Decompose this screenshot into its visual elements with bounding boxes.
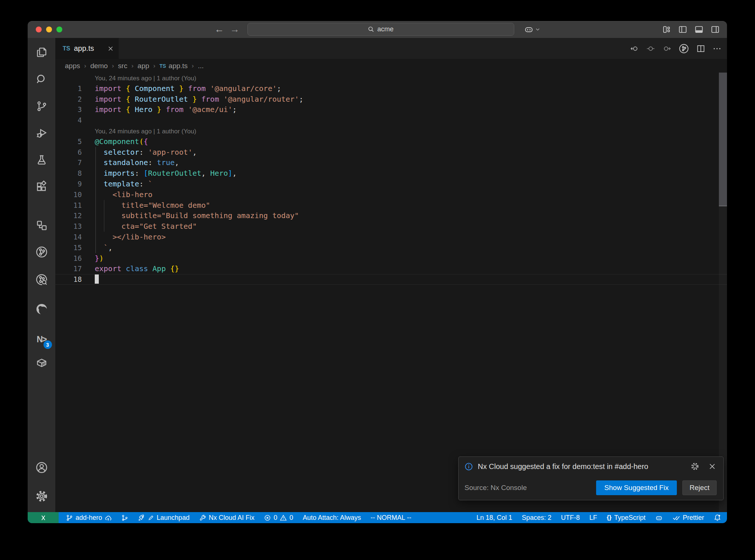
code-row: 10 <lib-hero <box>55 189 727 200</box>
pencil-icon <box>148 515 154 521</box>
container-tools-icon[interactable] <box>34 356 49 370</box>
source-control-icon[interactable] <box>34 99 49 113</box>
testing-icon[interactable] <box>34 153 49 167</box>
toggle-panel-icon[interactable] <box>694 24 704 35</box>
chevron-down-icon <box>535 27 540 32</box>
typescript-file-icon: TS <box>159 63 166 69</box>
remote-icon <box>40 514 47 521</box>
extensions-icon[interactable] <box>34 180 49 194</box>
navigate-back-icon[interactable]: ← <box>213 23 225 35</box>
breadcrumb-item[interactable]: demo <box>90 62 108 70</box>
project-graph-icon[interactable] <box>34 218 49 232</box>
git-branch-icon <box>66 514 73 521</box>
diff-current-revision-icon[interactable] <box>646 44 655 53</box>
error-count: 0 <box>274 514 277 522</box>
launchpad-status-item[interactable]: Launchpad <box>138 514 189 522</box>
gitlens-icon[interactable] <box>34 245 49 259</box>
code-row: 7 standalone: true, <box>55 157 727 168</box>
info-icon <box>465 462 473 471</box>
notification-settings-gear-icon[interactable] <box>690 462 699 471</box>
breadcrumb-item[interactable]: apps <box>65 62 80 70</box>
code-row: 13 cta="Get Started" <box>55 221 727 232</box>
notification-close-icon[interactable] <box>709 463 716 470</box>
blame-row: You, 24 minutes ago | 1 author (You) <box>55 73 727 83</box>
code-row: 8 imports: [RouterOutlet, Hero], <box>55 168 727 179</box>
code-row: 18 <box>55 274 727 285</box>
cursor-position-status-item[interactable]: Ln 18, Col 1 <box>477 514 512 522</box>
activity-bar: N> 3 <box>28 38 55 512</box>
chevron-right-icon: › <box>112 62 114 70</box>
remote-indicator[interactable] <box>28 512 59 523</box>
indentation-status-item[interactable]: Spaces: 2 <box>522 514 552 522</box>
toggle-primary-sidebar-icon[interactable] <box>678 24 688 35</box>
encoding-status-item[interactable]: UTF-8 <box>561 514 580 522</box>
code-editor[interactable]: You, 24 minutes ago | 1 author (You)1imp… <box>55 73 727 512</box>
breadcrumb-overflow[interactable]: ... <box>198 62 204 70</box>
edge-browser-icon[interactable] <box>34 302 49 316</box>
nx-cloud-ai-fix-status-item[interactable]: Nx Cloud AI Fix <box>199 514 254 522</box>
reject-button[interactable]: Reject <box>682 480 717 495</box>
more-actions-icon[interactable] <box>712 44 722 53</box>
notifications-bell-icon[interactable] <box>714 514 721 521</box>
code-row: 4 <box>55 115 727 126</box>
editor-cursor <box>95 274 99 284</box>
code-row: 9 template: ` <box>55 179 727 189</box>
branch-status-item[interactable]: add-hero <box>66 514 112 522</box>
code-row: 1import { Component } from '@angular/cor… <box>55 83 727 94</box>
show-suggested-fix-button[interactable]: Show Suggested Fix <box>596 480 677 495</box>
tab-app-ts[interactable]: TS app.ts <box>55 38 119 59</box>
editor-actions <box>630 38 722 59</box>
breadcrumb-item[interactable]: app <box>138 62 149 70</box>
scrollbar-thumb[interactable] <box>719 73 727 206</box>
breadcrumb-file[interactable]: TS app.ts <box>159 62 188 70</box>
eol-status-item[interactable]: LF <box>589 514 597 522</box>
tab-bar: TS app.ts <box>55 38 727 59</box>
code-row: 16}) <box>55 253 727 264</box>
rocket-icon <box>138 514 145 521</box>
code-row: 14 ></lib-hero> <box>55 232 727 242</box>
search-value: acme <box>377 25 393 33</box>
nx-fix-label: Nx Cloud AI Fix <box>209 514 254 522</box>
problems-status-item[interactable]: 0 0 <box>264 514 293 522</box>
git-graph-status-item[interactable] <box>121 514 128 521</box>
split-editor-icon[interactable] <box>696 44 706 53</box>
toggle-secondary-sidebar-icon[interactable] <box>710 24 720 35</box>
copilot-status-item[interactable] <box>655 514 663 522</box>
gitlens-graph-icon[interactable] <box>678 43 689 54</box>
close-tab-icon[interactable] <box>108 46 114 52</box>
nx-console-icon[interactable]: N> 3 <box>34 332 49 346</box>
minimize-window-button[interactable] <box>46 27 52 32</box>
explorer-icon[interactable] <box>34 45 49 59</box>
diff-next-revision-icon[interactable] <box>662 44 672 53</box>
settings-gear-icon[interactable] <box>34 489 49 503</box>
prettier-status-item[interactable]: Prettier <box>672 514 704 522</box>
navigate-forward-icon[interactable]: → <box>229 23 241 35</box>
editor-scrollbar[interactable] <box>719 73 727 512</box>
code-row: 6 selector: 'app-root', <box>55 147 727 158</box>
titlebar: ← → acme <box>28 21 727 38</box>
command-center-search[interactable]: acme <box>247 23 514 36</box>
nx-badge: 3 <box>44 340 52 349</box>
chevron-right-icon: › <box>84 62 86 70</box>
gitlens-commit-graph-icon[interactable] <box>34 273 49 287</box>
tab-label: app.ts <box>74 44 94 53</box>
screen: ← → acme <box>0 0 755 560</box>
breadcrumb-file-label: app.ts <box>168 62 188 70</box>
language-mode-status-item[interactable]: {} TypeScript <box>607 514 646 522</box>
double-check-icon <box>672 514 680 522</box>
diff-previous-revision-icon[interactable] <box>630 44 639 53</box>
wrench-icon <box>199 514 206 521</box>
run-debug-icon[interactable] <box>34 126 49 140</box>
chevron-right-icon: › <box>131 62 133 70</box>
code-row: 5@Component({ <box>55 136 727 147</box>
maximize-window-button[interactable] <box>56 27 62 32</box>
customize-layout-icon[interactable] <box>661 24 672 35</box>
copilot-menu[interactable] <box>524 24 540 34</box>
vim-mode-status-item[interactable]: -- NORMAL -- <box>370 514 411 522</box>
warning-count: 0 <box>289 514 293 522</box>
breadcrumb-item[interactable]: src <box>118 62 127 70</box>
search-sidebar-icon[interactable] <box>34 72 49 86</box>
auto-attach-status-item[interactable]: Auto Attach: Always <box>303 514 361 522</box>
close-window-button[interactable] <box>36 27 42 32</box>
accounts-icon[interactable] <box>34 461 49 475</box>
